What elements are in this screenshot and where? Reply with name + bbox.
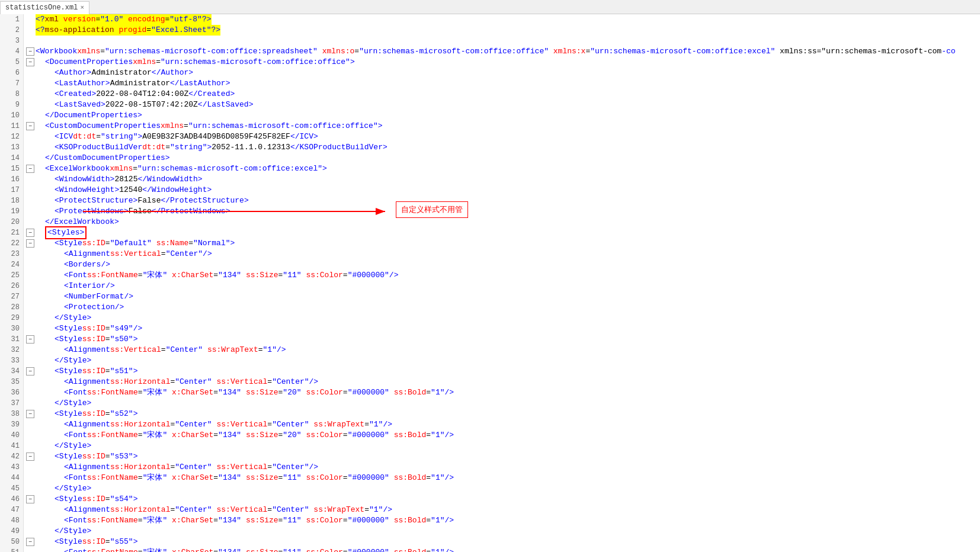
- line-number: 35: [0, 377, 23, 387]
- code-line: <Font ss:FontName="宋体" x:CharSet="134" s…: [24, 473, 980, 483]
- xml-tag: <Alignment: [64, 377, 110, 387]
- xml-tag: <Style: [55, 238, 82, 249]
- line-number: 38: [0, 409, 23, 419]
- fold-icon[interactable]: −: [26, 122, 34, 130]
- xml-tag: <Created>: [55, 89, 96, 100]
- line-number: 31: [0, 334, 23, 345]
- fold-icon[interactable]: −: [26, 335, 34, 344]
- xml-tag: <Protection/>: [64, 302, 124, 313]
- code-line: <LastSaved>2022-08-15T07:42:20Z</LastSav…: [24, 100, 980, 110]
- fold-icon[interactable]: −: [26, 239, 34, 248]
- xml-tag-close: >: [133, 537, 138, 547]
- xml-tag: <ProtectStructure>: [55, 195, 137, 206]
- tab-close-icon[interactable]: ×: [80, 4, 84, 11]
- xml-tag: <LastSaved>: [55, 100, 105, 110]
- code-line: <Interior/>: [24, 281, 980, 291]
- xml-tag: <ExcelWorkbook: [45, 163, 110, 174]
- code-line: <Alignment ss:Horizontal="Center" ss:Ver…: [24, 505, 980, 515]
- xml-tag-close: />: [383, 419, 392, 430]
- xml-tag: <Alignment: [64, 419, 110, 430]
- line-number: 9: [0, 100, 23, 110]
- code-line: −<CustomDocumentProperties xmlns="urn:sc…: [24, 121, 980, 131]
- xml-attr: ss:ID="s55": [82, 537, 133, 547]
- xml-tag: </WindowWidth>: [137, 174, 202, 185]
- code-line: <Protection/>: [24, 302, 980, 313]
- code-line: <Font ss:FontName="宋体" x:CharSet="134" s…: [24, 515, 980, 526]
- fold-icon[interactable]: −: [26, 538, 34, 546]
- xml-attr: ss:ID="s51": [82, 366, 133, 377]
- code-line: <?xml version="1.0" encoding="utf-8"?>: [24, 14, 980, 25]
- xml-attr: dt:dt="string": [73, 131, 137, 142]
- line-number: 16: [0, 174, 23, 185]
- xml-tag: <Alignment: [64, 345, 110, 355]
- line-number: 51: [0, 547, 23, 552]
- line-number: 24: [0, 259, 23, 270]
- line-number: 27: [0, 291, 23, 302]
- xml-attr: ss:ID="s50": [82, 334, 133, 345]
- line-number: 23: [0, 249, 23, 259]
- line-number: 44: [0, 473, 23, 483]
- xml-tag-close: >: [133, 334, 138, 345]
- code-line: </Style>: [24, 483, 980, 494]
- line-number: 8: [0, 89, 23, 100]
- fold-icon[interactable]: −: [26, 410, 34, 418]
- xml-attr: ss:FontName="宋体" x:CharSet="134" ss:Size…: [87, 515, 444, 526]
- xml-attr: ss:Vertical="Center": [110, 249, 203, 259]
- xml-tag: <NumberFormat/>: [64, 291, 133, 302]
- code-line: <ProtectStructure>False</ProtectStructur…: [24, 195, 980, 206]
- annotation-arrow: [83, 206, 391, 218]
- xml-text: A0E9B32F3ADB44D9B6D0859F425F82EF: [142, 131, 290, 142]
- code-line: −<Style ss:ID="Default" ss:Name="Normal"…: [24, 238, 980, 249]
- xml-tag-close: >: [207, 142, 212, 153]
- code-line: <Font ss:FontName="宋体" x:CharSet="134" s…: [24, 547, 980, 552]
- file-tab[interactable]: statisticsOne.xml ×: [0, 1, 89, 14]
- fold-icon[interactable]: −: [26, 165, 34, 173]
- code-line: −<Workbook xmlns="urn:schemas-microsoft-…: [24, 46, 980, 57]
- fold-icon[interactable]: −: [26, 367, 34, 376]
- xml-tag: <Alignment: [64, 462, 110, 473]
- code-line: <Borders/>: [24, 259, 980, 270]
- xml-tag: </Style>: [55, 355, 91, 366]
- xml-attr: ss:ID="s52": [82, 409, 133, 419]
- code-line: −<Style ss:ID="s52">: [24, 409, 980, 419]
- line-number: 28: [0, 302, 23, 313]
- xml-text: 2052-11.1.0.12313: [212, 142, 290, 153]
- code-line: −<Style ss:ID="s51">: [24, 366, 980, 377]
- fold-icon[interactable]: −: [26, 58, 34, 66]
- xml-tag: <WindowHeight>: [55, 185, 119, 195]
- line-number: 12: [0, 131, 23, 142]
- fold-icon[interactable]: −: [26, 452, 34, 461]
- code-line: −<DocumentProperties xmlns="urn:schemas-…: [24, 57, 980, 68]
- xml-tag: </DocumentProperties>: [45, 110, 142, 121]
- xml-tag-close: >: [378, 121, 383, 131]
- xml-tag: <Font: [64, 430, 87, 441]
- xml-tag-close: >: [133, 494, 138, 505]
- fold-icon[interactable]: −: [26, 47, 34, 56]
- xml-tag-close: />: [444, 515, 454, 526]
- code-line: <Alignment ss:Vertical="Center" ss:WrapT…: [24, 345, 980, 355]
- line-number: 45: [0, 483, 23, 494]
- xml-tag: <Font: [64, 270, 87, 281]
- code-line: <Alignment ss:Horizontal="Center" ss:Ver…: [24, 419, 980, 430]
- xml-text: Administrator: [110, 78, 170, 89]
- code-line: −<ExcelWorkbook xmlns="urn:schemas-micro…: [24, 163, 980, 174]
- xml-tag-close: />: [383, 505, 392, 515]
- fold-icon[interactable]: −: [26, 495, 34, 503]
- xml-pi: <?xml version="1.0" encoding="utf-8"?>: [36, 14, 212, 25]
- xml-attr: ss:ID="Default" ss:Name="Normal": [82, 238, 230, 249]
- editor-container: statisticsOne.xml × 12345678910111213141…: [0, 0, 980, 552]
- fold-icon[interactable]: −: [26, 229, 34, 237]
- line-number: 33: [0, 355, 23, 366]
- line-number: 36: [0, 387, 23, 398]
- line-number: 18: [0, 195, 23, 206]
- xml-tag: <Alignment: [64, 249, 110, 259]
- xml-tag: <Font: [64, 387, 87, 398]
- xml-tag: </KSOProductBuildVer>: [290, 142, 387, 153]
- line-number: 41: [0, 441, 23, 451]
- line-number: 40: [0, 430, 23, 441]
- line-number: 32: [0, 345, 23, 355]
- line-number: 3: [0, 36, 23, 46]
- code-line: </Style>: [24, 313, 980, 323]
- xml-attr: ss:ID="s49": [82, 323, 133, 334]
- xml-attr: ss:Horizontal="Center" ss:Vertical="Cent…: [110, 377, 309, 387]
